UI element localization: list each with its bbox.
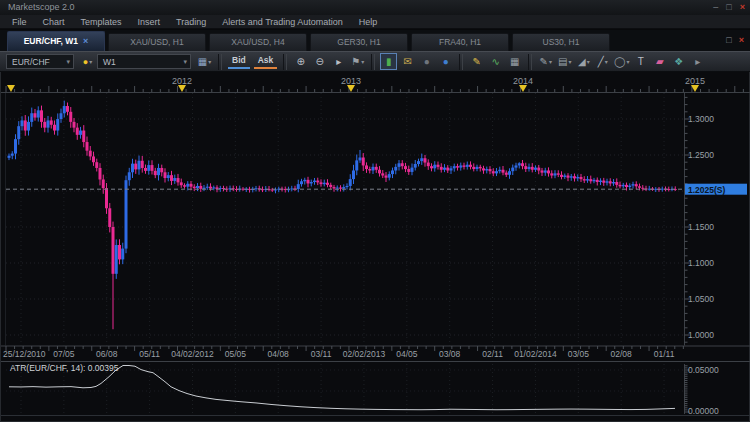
measure-icon[interactable]: ✎ [468,53,485,70]
candle-body [508,171,511,175]
zoom-in-icon[interactable]: ⊕ [292,53,309,70]
candle-body [511,168,514,172]
price-label: 1.0500 [688,294,714,304]
candle-body [615,182,618,185]
tab-xau-usd-h1[interactable]: XAU/USD, H1 [108,33,206,51]
candle-body [479,167,482,168]
period-select[interactable]: W1▾ [97,54,191,69]
symbol-select[interactable]: EUR/CHF▾ [6,54,74,69]
candle-body [628,186,631,187]
annotation-icon[interactable]: ✉ [399,53,416,70]
candle-body [199,186,202,189]
timeline-marker-icon[interactable] [347,85,355,92]
candle-body [498,170,501,171]
maximize-button[interactable]: □ [726,0,731,15]
menu-item-file[interactable]: File [4,15,35,29]
menu-item-trading[interactable]: Trading [168,15,214,29]
zoom-out-icon[interactable]: ⊖ [311,53,328,70]
trendline-icon-glyph: ╱ [598,56,604,67]
eraser-icon[interactable]: ▰ [651,53,668,70]
candle-body [385,176,388,178]
share-icon[interactable]: ❖ [670,53,687,70]
candle-body [53,125,56,131]
ellipse-icon[interactable]: ◯▾ [613,53,630,70]
candle-body [303,180,306,181]
candle-body [339,188,342,189]
tab-close-icon[interactable]: × [83,36,88,46]
candle-body [466,165,469,167]
menu-item-insert[interactable]: Insert [130,15,169,29]
candle-body [121,249,124,260]
channel-icon[interactable]: ▤▾ [556,53,573,70]
candle-body [398,163,401,167]
candle-body [456,166,459,167]
date-label: 01/11 [654,349,675,359]
date-label: 02/02/2013 [343,349,386,359]
snapshot-icon[interactable]: ▦ [506,53,523,70]
candle-body [105,188,108,208]
menu-item-help[interactable]: Help [351,15,386,29]
indicator-icon[interactable]: ∿ [487,53,504,70]
timeline-marker-icon[interactable] [7,85,15,92]
chart-maximize-button[interactable]: □ [726,35,731,45]
tab-bar: EUR/CHF, W1×XAU/USD, H1XAU/USD, H4GER30,… [0,30,750,51]
candle-body [50,120,53,124]
candle-body [128,172,131,180]
sun-icon[interactable]: ●▾ [79,53,96,70]
chevron-down-icon: ▾ [183,58,187,66]
candle-body [115,245,118,274]
minimize-button[interactable]: – [713,0,718,15]
close-button[interactable]: × [740,0,745,15]
year-label-2013: 2013 [341,76,361,86]
year-label-2014: 2014 [513,76,533,86]
zoom-select-icon-glyph: ▸ [336,56,341,67]
menu-item-alerts-and-trading-automation[interactable]: Alerts and Trading Automation [214,15,351,29]
candle-body [492,171,495,173]
marker-icon[interactable]: ⚑▾ [349,53,366,70]
candle-body [424,158,427,162]
freehand-icon[interactable]: ✎▾ [537,53,554,70]
chevron-down-icon: ▾ [569,58,572,65]
timeline-marker-icon[interactable] [178,85,186,92]
candle-body [147,165,150,171]
candle-body [635,184,638,186]
candle-body [89,151,92,157]
candle-body [388,174,391,178]
menu-item-chart[interactable]: Chart [35,15,73,29]
text-tool-icon[interactable]: T [632,53,649,70]
toolbar-separator [283,54,287,70]
candlestick-tool-icon[interactable]: ▮ [380,53,397,70]
fibonacci-icon-glyph: ◢ [578,56,586,67]
date-label: 01/02/2014 [514,349,557,359]
chart-type-icon[interactable]: ▦▾ [196,53,213,70]
chart-canvas[interactable]: 20122013201420151.30001.25001.15001.1000… [1,72,750,422]
candle-body [160,168,163,172]
menu-item-templates[interactable]: Templates [73,15,130,29]
ask-button[interactable]: Ask [254,54,278,69]
tab-us30-h1[interactable]: US30, H1 [512,33,610,51]
date-label: 04/05 [396,349,418,359]
sphere-icon[interactable]: ● [437,53,454,70]
candle-body [518,163,521,165]
candle-body [193,187,196,188]
chart-close-button[interactable]: × [739,35,744,45]
marketscope-window: Marketscope 2.0 – □ × FileChartTemplates… [0,0,750,422]
candle-body [515,165,518,167]
chevron-down-icon: ▾ [208,58,211,65]
year-label-2015: 2015 [685,76,705,86]
collapse-icon[interactable]: ▸ [689,53,706,70]
trendline-icon[interactable]: ╱▾ [594,53,611,70]
zoom-select-icon[interactable]: ▸ [330,53,347,70]
tab-fra40-h1[interactable]: FRA40, H1 [411,33,509,51]
candle-body [60,113,63,119]
candle-body [300,181,303,184]
candle-body [619,185,622,186]
candle-body [362,158,365,166]
tab-eur-chf-w1[interactable]: EUR/CHF, W1× [7,31,105,51]
tab-xau-usd-h4[interactable]: XAU/USD, H4 [209,33,307,51]
tab-ger30-h1[interactable]: GER30, H1 [310,33,408,51]
globe-icon[interactable]: ● [418,53,435,70]
fibonacci-icon[interactable]: ◢▾ [575,53,592,70]
candle-body [372,167,375,171]
bid-button[interactable]: Bid [228,54,250,69]
